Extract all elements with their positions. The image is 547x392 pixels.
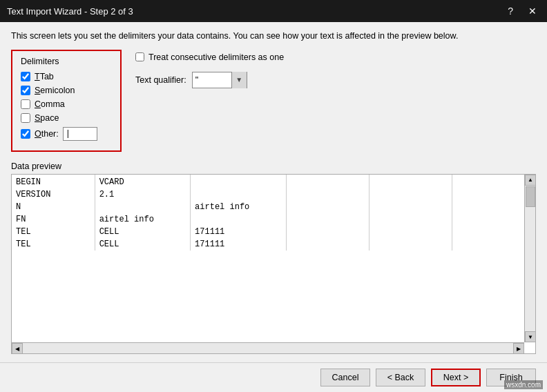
help-button[interactable]: ? <box>504 4 517 18</box>
table-cell: 171111 <box>191 226 286 238</box>
consecutive-checkbox[interactable] <box>135 52 144 61</box>
table-cell: VERSION <box>12 188 95 201</box>
consecutive-row: Treat consecutive delimiters as one <box>135 52 284 62</box>
table-cell: airtel info <box>191 201 286 213</box>
semicolon-label[interactable]: Semicolon <box>35 86 75 95</box>
table-cell <box>286 213 369 226</box>
table-row: BEGINVCARD <box>12 175 535 188</box>
table-cell: N <box>12 201 95 213</box>
table-cell <box>191 175 286 188</box>
table-cell: BEGIN <box>12 175 95 188</box>
table-cell <box>286 226 369 238</box>
qualifier-dropdown-arrow[interactable]: ▼ <box>231 72 247 88</box>
delimiters-group: Delimiters TTab Semicolon Co <box>11 50 122 152</box>
scroll-thumb-v[interactable] <box>526 186 535 207</box>
right-options: Treat consecutive delimiters as one Text… <box>135 50 284 88</box>
table-cell <box>452 238 535 251</box>
horizontal-scrollbar[interactable]: ◀ ▶ <box>12 342 524 353</box>
other-checkbox[interactable] <box>21 129 30 139</box>
qualifier-select[interactable]: " ' {none} <box>193 74 231 86</box>
preview-box: BEGINVCARDVERSION2.1Nairtel infoFNairtel… <box>11 174 536 355</box>
qualifier-select-wrap: " ' {none} ▼ <box>192 72 247 88</box>
space-row: Space <box>21 113 112 123</box>
options-row: Delimiters TTab Semicolon Co <box>11 50 536 152</box>
table-cell <box>286 175 369 188</box>
window-title: Text Import Wizard - Step 2 of 3 <box>7 6 133 17</box>
table-cell <box>286 201 369 213</box>
cancel-button[interactable]: Cancel <box>320 369 370 386</box>
table-cell: VCARD <box>95 175 190 188</box>
preview-label: Data preview <box>11 161 536 171</box>
table-row: FNairtel info <box>12 213 535 226</box>
description-text: This screen lets you set the delimiters … <box>11 30 536 43</box>
semicolon-row: Semicolon <box>21 86 112 95</box>
tab-label[interactable]: TTab <box>35 72 54 81</box>
table-cell <box>452 213 535 226</box>
scroll-left-button[interactable]: ◀ <box>12 343 23 354</box>
table-cell <box>191 213 286 226</box>
title-bar: Text Import Wizard - Step 2 of 3 ? ✕ <box>0 0 547 22</box>
preview-table: BEGINVCARDVERSION2.1Nairtel infoFNairtel… <box>12 175 535 251</box>
title-bar-controls: ? ✕ <box>504 4 540 18</box>
scroll-track-h[interactable] <box>23 343 513 353</box>
vertical-scrollbar[interactable]: ▲ ▼ <box>524 175 535 343</box>
table-cell <box>452 188 535 201</box>
table-cell: CELL <box>95 238 190 251</box>
table-row: TELCELL171111 <box>12 226 535 238</box>
dialog-window: Text Import Wizard - Step 2 of 3 ? ✕ Thi… <box>0 0 547 392</box>
other-input[interactable] <box>63 127 97 141</box>
table-cell <box>369 201 452 213</box>
other-label[interactable]: Other: <box>35 129 59 139</box>
space-checkbox[interactable] <box>21 113 30 123</box>
qualifier-row: Text qualifier: " ' {none} ▼ <box>135 72 284 88</box>
tab-row: TTab <box>21 72 112 81</box>
back-button[interactable]: < Back <box>376 369 425 386</box>
space-label[interactable]: Space <box>35 113 59 123</box>
close-button[interactable]: ✕ <box>525 4 540 18</box>
table-cell: CELL <box>95 226 190 238</box>
delimiters-legend: Delimiters <box>21 57 112 66</box>
table-cell <box>452 201 535 213</box>
table-cell: 171111 <box>191 238 286 251</box>
comma-checkbox[interactable] <box>21 99 30 109</box>
scroll-up-button[interactable]: ▲ <box>525 175 536 186</box>
table-row: TELCELL171111 <box>12 238 535 251</box>
qualifier-label: Text qualifier: <box>135 75 186 85</box>
semicolon-checkbox[interactable] <box>21 86 30 95</box>
table-cell <box>286 188 369 201</box>
table-cell <box>452 226 535 238</box>
scroll-right-button[interactable]: ▶ <box>513 343 524 354</box>
table-cell <box>286 238 369 251</box>
table-cell: FN <box>12 213 95 226</box>
table-cell: airtel info <box>95 213 190 226</box>
preview-table-wrap[interactable]: BEGINVCARDVERSION2.1Nairtel infoFNairtel… <box>12 175 535 354</box>
comma-label[interactable]: Comma <box>35 99 65 109</box>
table-row: Nairtel info <box>12 201 535 213</box>
preview-section: Data preview BEGINVCARDVERSION2.1Nairtel… <box>11 161 536 355</box>
other-row: Other: <box>21 127 112 141</box>
tab-checkbox[interactable] <box>21 72 30 81</box>
scroll-down-button[interactable]: ▼ <box>525 331 536 342</box>
table-cell <box>452 175 535 188</box>
footer: Cancel < Back Next > Finish <box>0 362 547 392</box>
table-cell: TEL <box>12 226 95 238</box>
finish-button[interactable]: Finish <box>486 369 536 386</box>
table-cell <box>369 213 452 226</box>
table-cell <box>95 201 190 213</box>
comma-row: Comma <box>21 99 112 109</box>
table-cell <box>369 238 452 251</box>
table-cell <box>191 188 286 201</box>
main-content: This screen lets you set the delimiters … <box>0 22 547 362</box>
table-cell: 2.1 <box>95 188 190 201</box>
table-row: VERSION2.1 <box>12 188 535 201</box>
table-cell: TEL <box>12 238 95 251</box>
table-cell <box>369 188 452 201</box>
scroll-track-v[interactable] <box>525 186 535 332</box>
table-cell <box>369 175 452 188</box>
next-button[interactable]: Next > <box>431 369 481 386</box>
consecutive-label[interactable]: Treat consecutive delimiters as one <box>148 52 284 62</box>
table-cell <box>369 226 452 238</box>
